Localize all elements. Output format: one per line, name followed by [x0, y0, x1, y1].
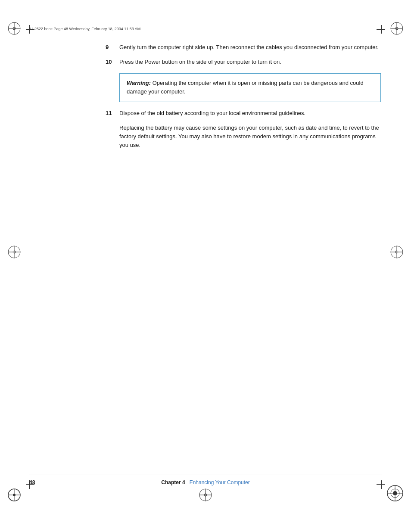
page-number: 48	[29, 479, 35, 485]
chapter-label: Chapter 4 Enhancing Your Computer	[161, 479, 249, 485]
svg-point-23	[393, 491, 397, 495]
reg-circle-mr	[389, 244, 405, 260]
step-11-extra: Replacing the battery may cause some set…	[119, 124, 381, 149]
reg-circle-tr	[389, 21, 405, 36]
footer-line	[29, 475, 382, 475]
step-9-text: Gently turn the computer right side up. …	[119, 43, 381, 52]
trim-mark-tl-v	[29, 25, 30, 34]
trim-mark-br-h	[377, 484, 385, 485]
svg-point-19	[13, 494, 16, 496]
reg-circle-bc	[198, 487, 213, 503]
reg-circle-br	[386, 484, 405, 503]
trim-mark-tl-h	[26, 29, 34, 30]
reg-circle-ml	[6, 244, 22, 260]
step-11-text: Dispose of the old battery according to …	[119, 109, 381, 118]
warning-box: Warning: Operating the computer when it …	[119, 73, 381, 102]
step-10-row: 10 Press the Power button on the side of…	[106, 58, 381, 66]
warning-body: Operating the computer when it is open o…	[127, 80, 364, 95]
page: LL2522.book Page 48 Wednesday, February …	[0, 0, 411, 532]
trim-mark-tr-h	[377, 29, 385, 30]
main-content: 9 Gently turn the computer right side up…	[106, 43, 381, 149]
step-9-row: 9 Gently turn the computer right side up…	[106, 43, 381, 52]
chapter-title: Enhancing Your Computer	[190, 479, 250, 485]
trim-mark-br-v	[381, 480, 382, 489]
step-10-number: 10	[106, 58, 119, 66]
step-9-number: 9	[106, 43, 119, 52]
warning-label: Warning:	[127, 80, 151, 86]
step-11-number: 11	[106, 109, 119, 118]
reg-circle-bl	[6, 487, 22, 503]
reg-circle-tl	[6, 21, 22, 36]
step-11-row: 11 Dispose of the old battery according …	[106, 109, 381, 118]
trim-mark-tr-v	[381, 25, 382, 34]
step-10-text: Press the Power button on the side of yo…	[119, 58, 381, 66]
chapter-label-bold: Chapter 4	[161, 479, 185, 485]
file-info: LL2522.book Page 48 Wednesday, February …	[30, 27, 140, 31]
warning-text: Warning: Operating the computer when it …	[127, 80, 364, 95]
